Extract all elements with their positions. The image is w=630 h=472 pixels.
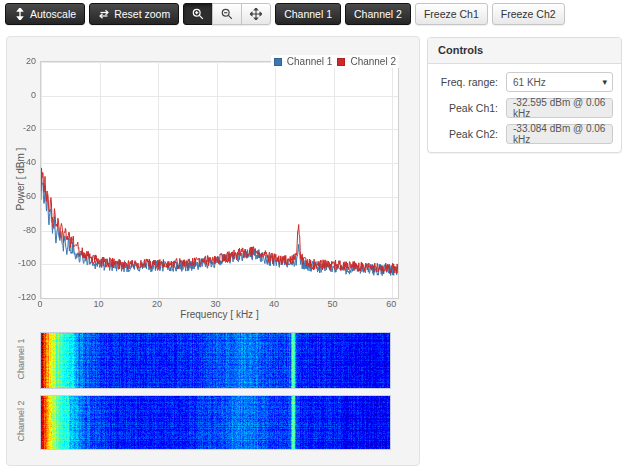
autoscale-label: Autoscale: [30, 9, 76, 20]
peak-ch2-value-field: -33.084 dBm @ 0.06 kHz: [506, 124, 613, 144]
zoom-out-button[interactable]: [212, 3, 242, 25]
peak-ch1-value-field: -32.595 dBm @ 0.06 kHz: [506, 98, 613, 118]
resize-vertical-icon: [14, 8, 26, 20]
peak-ch2-label: Peak Ch2:: [436, 128, 498, 140]
y-tick-label: 0: [10, 90, 36, 100]
chart-legend: Channel 1 Channel 2: [271, 55, 399, 68]
channel1-button-label: Channel 1: [284, 9, 332, 20]
controls-panel-body: Freq. range: 61 KHz ▾ Peak Ch1: -32.595 …: [428, 64, 621, 152]
channel1-legend-label: Channel 1: [287, 56, 333, 67]
y-tick-label: -80: [10, 225, 36, 235]
move-arrows-icon: [250, 8, 262, 20]
freq-range-label: Freq. range:: [436, 76, 498, 88]
waterfall2-label: Channel 2: [16, 393, 28, 449]
x-tick-label: 10: [84, 299, 114, 309]
reset-zoom-button[interactable]: Reset zoom: [89, 3, 179, 25]
magnifier-plus-icon: [192, 8, 204, 20]
freq-range-row: Freq. range: 61 KHz ▾: [436, 72, 613, 92]
channel1-legend-swatch: [274, 58, 282, 66]
peak-ch2-row: Peak Ch2: -33.084 dBm @ 0.06 kHz: [436, 124, 613, 144]
chevron-down-icon: ▾: [602, 77, 607, 87]
zoom-in-button[interactable]: [183, 3, 213, 25]
x-tick-label: 30: [201, 299, 231, 309]
channel2-toggle-button[interactable]: Channel 2: [345, 3, 411, 25]
freeze-ch1-label: Freeze Ch1: [424, 9, 479, 20]
x-axis-title: Frequency [ kHz ]: [40, 309, 399, 320]
channel2-button-label: Channel 2: [354, 9, 402, 20]
freq-range-select[interactable]: 61 KHz ▾: [506, 72, 613, 92]
freeze-ch1-button[interactable]: Freeze Ch1: [415, 3, 488, 25]
peak-ch1-label: Peak Ch1:: [436, 102, 498, 114]
channel2-legend-swatch: [337, 58, 345, 66]
spectrum-analyzer-app: Autoscale Reset zoom: [0, 0, 630, 472]
y-tick-label: 20: [10, 56, 36, 66]
x-tick-label: 0: [25, 299, 55, 309]
freeze-ch2-label: Freeze Ch2: [501, 9, 556, 20]
zoom-button-group: [183, 3, 271, 25]
pan-button[interactable]: [241, 3, 271, 25]
y-tick-label: -40: [10, 157, 36, 167]
controls-panel: Controls Freq. range: 61 KHz ▾ Peak Ch1:…: [427, 37, 622, 153]
x-tick-label: 40: [259, 299, 289, 309]
peak-ch1-row: Peak Ch1: -32.595 dBm @ 0.06 kHz: [436, 98, 613, 118]
controls-panel-title: Controls: [428, 38, 621, 64]
spectrum-plot-canvas[interactable]: [40, 61, 399, 299]
x-tick-label: 50: [318, 299, 348, 309]
toolbar: Autoscale Reset zoom: [5, 3, 565, 25]
freq-range-selected-value: 61 KHz: [513, 77, 546, 88]
x-tick-label: 20: [142, 299, 172, 309]
loop-arrows-icon: [98, 8, 110, 20]
magnifier-minus-icon: [221, 8, 233, 20]
waterfall-ch1-canvas: [40, 332, 391, 389]
channel1-toggle-button[interactable]: Channel 1: [275, 3, 341, 25]
autoscale-button[interactable]: Autoscale: [5, 3, 85, 25]
freeze-ch2-button[interactable]: Freeze Ch2: [492, 3, 565, 25]
waterfall-ch2-canvas: [40, 395, 391, 450]
waterfall1-label: Channel 1: [16, 331, 28, 387]
reset-zoom-label: Reset zoom: [114, 9, 170, 20]
y-tick-label: -100: [10, 258, 36, 268]
main-panel: Power [ dBm ] Channel 1 Channel 2 Freque…: [6, 36, 420, 466]
y-tick-label: -60: [10, 191, 36, 201]
x-tick-label: 60: [376, 299, 406, 309]
channel2-legend-label: Channel 2: [350, 56, 396, 67]
y-tick-label: -20: [10, 123, 36, 133]
